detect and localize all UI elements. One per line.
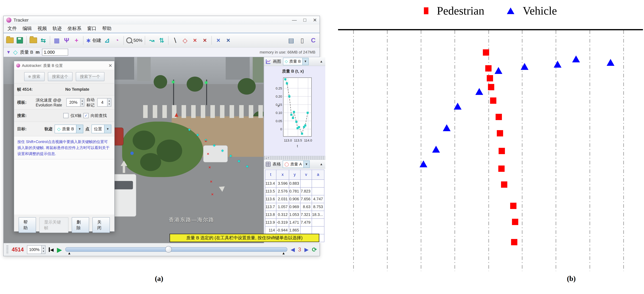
table-cell[interactable]: 7.321: [300, 211, 312, 219]
track-blue-2-icon[interactable]: ×: [224, 35, 232, 45]
table-cell[interactable]: 113.9: [265, 219, 276, 226]
spin-down-icon[interactable]: ▾: [80, 102, 84, 106]
refresh-video-icon[interactable]: ⇆: [39, 35, 48, 45]
loop-button[interactable]: ⟳: [312, 246, 317, 253]
step-size-value[interactable]: 3: [298, 247, 301, 253]
table-cell[interactable]: 7.823: [300, 187, 312, 195]
menu-item-6[interactable]: 窗口: [87, 25, 96, 32]
play-button[interactable]: ▶: [57, 246, 62, 254]
axes-icon[interactable]: Ψ: [62, 35, 71, 45]
video-view[interactable]: ◆◆◆◆◆◆◆◆ ××××× 香港东路—海尔路 Autotracker: 质量 …: [4, 57, 264, 243]
table-row[interactable]: 113.80.3121.0537.32118.3...: [265, 211, 324, 219]
notes-icon[interactable]: ▤: [287, 35, 295, 45]
table-row[interactable]: 114-0.9441.865: [265, 226, 324, 234]
step-back-button[interactable]: ◀: [291, 247, 295, 253]
minimize-button[interactable]: —: [292, 17, 297, 23]
out-point-marker[interactable]: ▲: [282, 251, 286, 255]
spin-up-icon[interactable]: ▴: [42, 246, 45, 250]
track-select-dropdown[interactable]: ◇质量 B ▼: [54, 125, 83, 133]
table-cell[interactable]: -0.319: [276, 219, 289, 226]
evolution-rate-spinner[interactable]: 20% ▴▾: [66, 98, 84, 107]
menu-item-2[interactable]: 编辑: [22, 25, 32, 32]
table-column-header-y[interactable]: y: [289, 170, 300, 180]
mass-input[interactable]: [42, 49, 68, 56]
table-cell[interactable]: [312, 180, 324, 187]
table-cell[interactable]: 1.053: [289, 211, 300, 219]
track-red-1-icon[interactable]: ×: [191, 35, 199, 45]
table-cell[interactable]: 7.656: [300, 195, 312, 203]
player-grip-icon[interactable]: [6, 246, 8, 254]
open-icon[interactable]: [6, 35, 14, 45]
track-blue-1-icon[interactable]: ×: [214, 35, 222, 45]
table-cell[interactable]: 1.471: [289, 219, 300, 226]
slider-track[interactable]: [65, 247, 287, 252]
playback-rate-spinner[interactable]: 100% ▴▾: [27, 245, 46, 254]
maximize-button[interactable]: □: [304, 17, 306, 23]
menu-item-1[interactable]: 文件: [8, 25, 17, 32]
spin-up-icon[interactable]: ▴: [80, 99, 84, 102]
spin-down-icon[interactable]: ▾: [42, 250, 45, 253]
reset-to-start-button[interactable]: ◀: [49, 247, 54, 252]
help-button[interactable]: 帮助: [18, 217, 36, 233]
look-ahead-checkbox[interactable]: ✓: [84, 113, 88, 118]
table-row[interactable]: 113.52.5760.7817.823: [265, 187, 324, 195]
table-row[interactable]: 113.62.0310.9067.6564.747: [265, 195, 324, 203]
table-cell[interactable]: 8.63: [300, 203, 312, 211]
menu-item-4[interactable]: 轨迹: [52, 25, 62, 32]
spin-up-icon[interactable]: ▴: [108, 99, 111, 102]
close-button[interactable]: ✕: [313, 17, 317, 23]
clip-settings-icon[interactable]: ▦: [52, 35, 61, 45]
marker-icon[interactable]: ◇: [181, 35, 189, 45]
table-cell[interactable]: 0.969: [289, 203, 300, 211]
table-cell[interactable]: 1.865: [289, 226, 300, 234]
table-row[interactable]: 113.43.5960.883: [265, 180, 324, 187]
video-slider[interactable]: ▲ ▲: [65, 245, 287, 254]
table-track-dropdown[interactable]: ◯质量 A ▼: [283, 160, 310, 168]
doc-icon[interactable]: ▯: [298, 35, 306, 45]
search-button[interactable]: 搜索: [24, 72, 44, 81]
table-column-header-x[interactable]: x: [276, 170, 289, 180]
track-name-label[interactable]: 质量 B: [20, 49, 33, 55]
refresh-memory-icon[interactable]: C: [309, 35, 318, 45]
steps-icon[interactable]: ⇅: [158, 35, 166, 45]
table-cell[interactable]: [300, 180, 312, 187]
search-next-button[interactable]: 搜索下一个: [76, 72, 104, 81]
open-library-icon[interactable]: [29, 35, 38, 45]
step-forward-button[interactable]: ▶: [304, 247, 309, 253]
table-cell[interactable]: 3.596: [276, 180, 289, 187]
table-cell[interactable]: 113.5: [265, 187, 276, 195]
collapse-table-icon[interactable]: ▲: [320, 162, 324, 166]
table-cell[interactable]: [312, 219, 324, 226]
table-cell[interactable]: 1.057: [276, 203, 289, 211]
path-icon[interactable]: ↝: [148, 35, 156, 45]
plot-tab-label[interactable]: 画图: [273, 59, 281, 64]
table-column-header-v[interactable]: v: [300, 170, 312, 180]
table-cell[interactable]: 0.781: [289, 187, 300, 195]
table-cell[interactable]: 113.7: [265, 203, 276, 211]
table-cell[interactable]: -0.944: [276, 226, 289, 234]
table-cell[interactable]: [312, 187, 324, 195]
table-cell[interactable]: [312, 226, 324, 234]
table-cell[interactable]: 2.576: [276, 187, 289, 195]
track-filter-icon[interactable]: ▼: [6, 50, 11, 55]
table-row[interactable]: 113.9-0.3191.4717.479: [265, 219, 324, 226]
plot-table-splitter[interactable]: ▲▼: [264, 156, 325, 160]
slider-thumb[interactable]: [165, 246, 172, 253]
splitter-arrows-icon[interactable]: ▲▼: [265, 157, 270, 159]
table-cell[interactable]: 0.883: [289, 180, 300, 187]
table-cell[interactable]: 113.6: [265, 195, 276, 203]
create-button[interactable]: ∗创建: [86, 35, 101, 45]
x-axis-only-checkbox[interactable]: [63, 113, 68, 118]
table-cell[interactable]: 18.3...: [312, 211, 324, 219]
table-cell[interactable]: 4.747: [312, 195, 324, 203]
track-red-2-icon[interactable]: ×: [200, 35, 209, 45]
table-column-header-a[interactable]: a: [312, 170, 324, 180]
menu-item-7[interactable]: 帮助: [102, 25, 112, 32]
plot-track-dropdown[interactable]: ◇质量 B ▼: [283, 58, 309, 65]
table-cell[interactable]: 113.4: [265, 180, 276, 187]
table-cell[interactable]: 114: [265, 226, 276, 234]
table-cell[interactable]: 113.8: [265, 211, 276, 219]
table-cell[interactable]: 8.753: [312, 203, 324, 211]
close-dialog-button[interactable]: 关闭: [92, 217, 110, 233]
table-cell[interactable]: [300, 226, 312, 234]
